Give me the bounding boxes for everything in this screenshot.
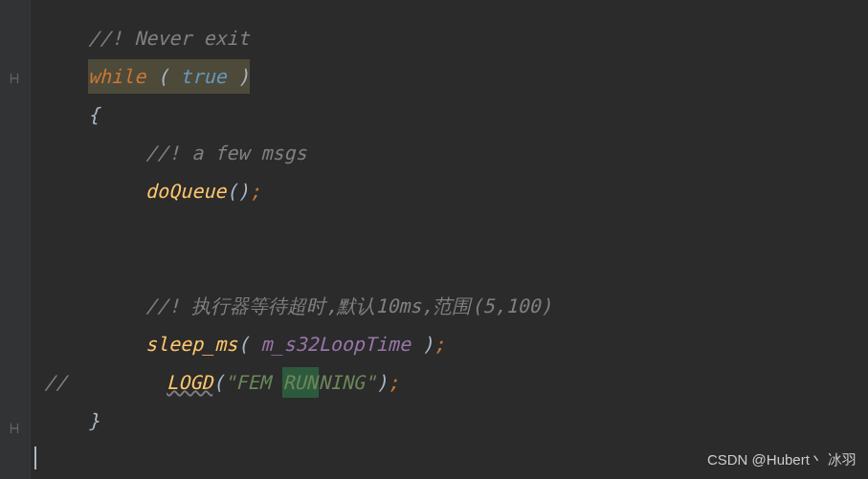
comment-text: //! 执行器等待超时,默认10ms,范围(5,100)	[145, 291, 552, 321]
paren: ()	[226, 176, 249, 207]
brace: }	[88, 405, 100, 436]
code-line: sleep_ms( m_s32LoopTime );	[88, 325, 868, 363]
keyword: true	[180, 65, 226, 88]
semicolon: ;	[434, 329, 445, 359]
string-literal: NING"	[319, 367, 376, 398]
function-call: LOGD	[167, 367, 212, 398]
comment-text: //! Never exit	[88, 23, 250, 54]
highlighted-code: while ( true )	[88, 59, 250, 94]
function-call: doQueue	[145, 176, 226, 207]
code-line-empty	[88, 249, 868, 287]
semicolon: ;	[249, 176, 260, 207]
paren: )	[227, 65, 250, 88]
paren: )	[376, 367, 388, 398]
fold-indicator-icon[interactable]	[8, 63, 23, 78]
keyword: while	[88, 65, 145, 88]
comment-text: //! a few msgs	[145, 138, 307, 168]
fold-indicator-icon[interactable]	[8, 413, 23, 428]
code-line-empty	[88, 210, 868, 249]
code-editor[interactable]: //! Never exit while ( true ) { //! a fe…	[31, 0, 868, 479]
identifier: m_s32LoopTime	[260, 329, 411, 359]
code-line: //! a few msgs	[88, 134, 868, 172]
string-literal: "FEM	[224, 367, 281, 398]
comment-slash: //	[44, 367, 67, 398]
watermark-text: CSDN @Hubert丶 冰羽	[707, 448, 857, 471]
code-line: }	[88, 402, 868, 440]
editor-gutter	[0, 0, 31, 479]
brace: {	[88, 99, 100, 130]
code-line: //! Never exit	[88, 19, 868, 57]
paren: (	[145, 65, 180, 88]
function-call: sleep_ms	[145, 329, 237, 359]
code-line: //! 执行器等待超时,默认10ms,范围(5,100)	[88, 287, 868, 325]
code-line: //LOGD("FEM RUNNING");	[44, 363, 868, 402]
paren: (	[237, 329, 260, 359]
highlighted-text: RUN	[282, 367, 319, 398]
paren: (	[212, 367, 224, 398]
semicolon: ;	[388, 367, 399, 398]
paren: )	[411, 329, 434, 359]
code-line: while ( true )	[88, 57, 868, 96]
code-line: {	[88, 96, 868, 134]
text-cursor	[34, 446, 36, 469]
code-line: doQueue();	[88, 172, 868, 210]
